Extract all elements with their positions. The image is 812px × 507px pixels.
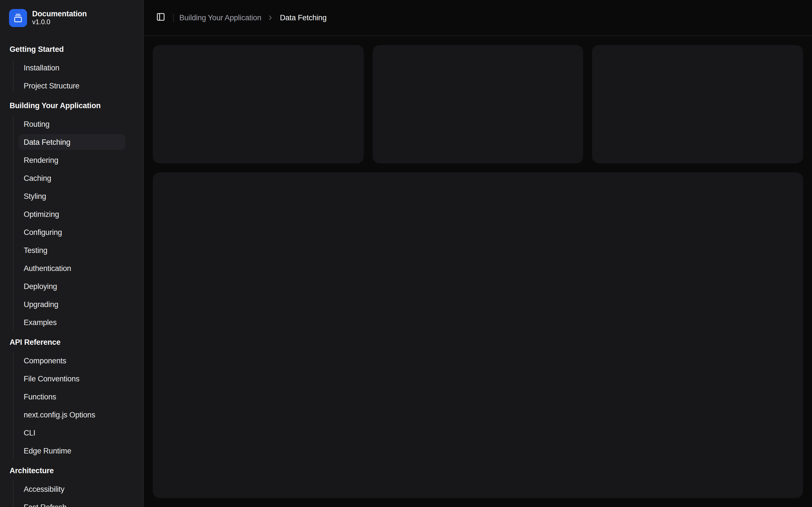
main-area: Building Your Application Data Fetching: [144, 0, 812, 507]
group-list-architecture: Accessibility Fast Refresh: [13, 481, 134, 507]
page-content: [144, 36, 812, 507]
app-titles: Documentation v1.0.0: [32, 10, 87, 26]
sidebar-item-testing[interactable]: Testing: [18, 242, 125, 258]
sidebar-item-next-config-js-options[interactable]: next.config.js Options: [18, 407, 125, 422]
panel-left-icon: [156, 12, 165, 23]
group-list-getting-started: Installation Project Structure: [13, 60, 134, 94]
group-label-architecture: Architecture: [9, 466, 134, 475]
group-label-getting-started: Getting Started: [9, 45, 134, 54]
sidebar-item-cli[interactable]: CLI: [18, 425, 125, 441]
sidebar-item-edge-runtime[interactable]: Edge Runtime: [18, 443, 125, 459]
placeholder-card-1: [153, 45, 363, 163]
placeholder-card-2: [372, 45, 583, 163]
app-root: Documentation v1.0.0 Getting Started Ins…: [0, 0, 812, 507]
sidebar-item-rendering[interactable]: Rendering: [18, 152, 125, 168]
sidebar-item-accessibility[interactable]: Accessibility: [18, 481, 125, 497]
sidebar-header[interactable]: Documentation v1.0.0: [9, 9, 134, 27]
placeholder-card-3: [592, 45, 803, 163]
sidebar-item-installation[interactable]: Installation: [18, 60, 125, 75]
top-header: Building Your Application Data Fetching: [144, 0, 812, 36]
sidebar-item-project-structure[interactable]: Project Structure: [18, 78, 125, 94]
breadcrumb-current-page: Data Fetching: [280, 13, 327, 22]
sidebar-item-styling[interactable]: Styling: [18, 188, 125, 204]
group-list-api-reference: Components File Conventions Functions ne…: [13, 353, 134, 459]
sidebar-item-file-conventions[interactable]: File Conventions: [18, 371, 125, 386]
breadcrumb-parent-link[interactable]: Building Your Application: [179, 13, 261, 22]
sidebar-item-fast-refresh[interactable]: Fast Refresh: [18, 499, 125, 507]
sidebar-nav: Getting Started Installation Project Str…: [9, 45, 134, 507]
sidebar-item-authentication[interactable]: Authentication: [18, 260, 125, 276]
group-list-building-your-application: Routing Data Fetching Rendering Caching …: [13, 116, 134, 330]
sidebar-item-routing[interactable]: Routing: [18, 116, 125, 132]
sidebar-item-components[interactable]: Components: [18, 353, 125, 369]
sidebar-item-upgrading[interactable]: Upgrading: [18, 296, 125, 312]
sidebar-item-data-fetching[interactable]: Data Fetching: [18, 134, 125, 150]
app-logo: [9, 9, 27, 27]
sidebar-item-configuring[interactable]: Configuring: [18, 224, 125, 240]
sidebar-item-deploying[interactable]: Deploying: [18, 278, 125, 294]
gallery-vertical-end-icon: [13, 13, 22, 22]
group-label-building-your-application: Building Your Application: [9, 101, 134, 110]
placeholder-card-row: [153, 45, 803, 163]
sidebar-toggle-button[interactable]: [153, 10, 168, 25]
breadcrumb: Building Your Application Data Fetching: [179, 13, 326, 22]
chevron-right-icon: [267, 14, 274, 21]
sidebar-item-optimizing[interactable]: Optimizing: [18, 206, 125, 222]
group-label-api-reference: API Reference: [9, 338, 134, 347]
sidebar-item-examples[interactable]: Examples: [18, 314, 125, 330]
sidebar-item-functions[interactable]: Functions: [18, 389, 125, 404]
app-title: Documentation: [32, 10, 87, 18]
sidebar-item-caching[interactable]: Caching: [18, 170, 125, 186]
content-panel: [153, 172, 803, 498]
header-separator: [173, 13, 174, 22]
app-version: v1.0.0: [32, 18, 87, 26]
sidebar: Documentation v1.0.0 Getting Started Ins…: [0, 0, 144, 507]
